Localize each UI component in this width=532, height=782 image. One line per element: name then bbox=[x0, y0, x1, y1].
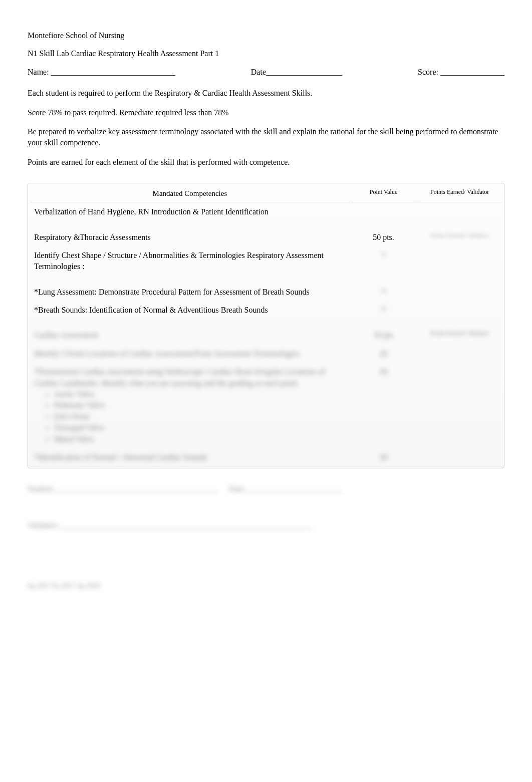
cell-comp: Identify Chest Shape / Structure / Abnor… bbox=[30, 247, 350, 276]
signature-validator-row: Validator:______________________________… bbox=[28, 520, 504, 531]
cell-pv: 20 bbox=[351, 302, 416, 319]
cell-pe: Points Earned/ Validator bbox=[417, 229, 502, 246]
th-points-earned: Points Earned/ Validator bbox=[417, 185, 502, 202]
cell-pv: 50 pts bbox=[351, 327, 416, 344]
table-row: Respiratory &Thoracic Assessments 50 pts… bbox=[30, 229, 502, 246]
table-row-blurred: Cardiac Assessment 50 pts Points Earned/… bbox=[30, 327, 502, 344]
cell-pv: 20 bbox=[351, 363, 416, 448]
footer-dates: Sp 2017 Fa 2017 Sp 2020 bbox=[28, 581, 504, 591]
table-row: Identify Chest Shape / Structure / Abnor… bbox=[30, 247, 502, 276]
cell-pv: 20 bbox=[351, 345, 416, 362]
cell-pv: 20 bbox=[351, 247, 416, 276]
cell-pe bbox=[417, 203, 502, 220]
doc-title: N1 Skill Lab Cardiac Respiratory Health … bbox=[28, 48, 504, 59]
cell-pv bbox=[351, 203, 416, 220]
cell-comp: *Lung Assessment: Demonstrate Procedural… bbox=[30, 284, 350, 301]
cell-comp: *Identification of Normal / Abnormal Car… bbox=[30, 449, 350, 466]
score-field: Score: ________________ bbox=[418, 67, 504, 78]
signature-student-row: Student:________________________________… bbox=[28, 483, 504, 494]
cell-comp: Verbalization of Hand Hygiene, RN Introd… bbox=[30, 203, 350, 220]
school-name: Montefiore School of Nursing bbox=[28, 30, 504, 41]
validator-sig: Validator:______________________________… bbox=[28, 521, 312, 530]
instruction-1: Each student is required to perform the … bbox=[28, 88, 504, 99]
cell-pe: Points Earned/ Validator bbox=[417, 327, 502, 344]
date-field: Date___________________ bbox=[251, 67, 342, 78]
cell-comp: *Demonstrate Cardiac assessment using St… bbox=[30, 363, 350, 448]
cell-pe bbox=[417, 449, 502, 466]
cell-pe bbox=[417, 247, 502, 276]
instruction-4: Points are earned for each element of th… bbox=[28, 157, 504, 168]
cell-pv: 20 bbox=[351, 284, 416, 301]
cell-pe bbox=[417, 284, 502, 301]
cell-pv: 50 pts. bbox=[351, 229, 416, 246]
cell-pv: 20 bbox=[351, 449, 416, 466]
cell-comp: Respiratory &Thoracic Assessments bbox=[30, 229, 350, 246]
name-field: Name: _______________________________ bbox=[28, 67, 175, 78]
instruction-3: Be prepared to verbalize key assessment … bbox=[28, 126, 504, 149]
th-point-value: Point Value bbox=[351, 185, 416, 202]
table-row-blurred: *Demonstrate Cardiac assessment using St… bbox=[30, 363, 502, 448]
th-competencies: Mandated Competencies bbox=[30, 185, 350, 202]
table-row: *Lung Assessment: Demonstrate Procedural… bbox=[30, 284, 502, 301]
student-sig: Student:________________________________… bbox=[28, 484, 218, 493]
table-row-blurred: *Identification of Normal / Abnormal Car… bbox=[30, 449, 502, 466]
table-row-blurred: Identify 5 Point Locations of Cardiac As… bbox=[30, 345, 502, 362]
cell-comp: Cardiac Assessment bbox=[30, 327, 350, 344]
sig-date: Date:________________________ bbox=[228, 484, 342, 493]
instruction-2: Score 78% to pass required. Remediate re… bbox=[28, 107, 504, 118]
table-row: *Breath Sounds: Identification of Normal… bbox=[30, 302, 502, 319]
competency-table: Mandated Competencies Point Value Points… bbox=[28, 183, 504, 468]
cell-comp: *Breath Sounds: Identification of Normal… bbox=[30, 302, 350, 319]
cell-pe bbox=[417, 345, 502, 362]
cell-pe bbox=[417, 302, 502, 319]
table-row: Verbalization of Hand Hygiene, RN Introd… bbox=[30, 203, 502, 220]
cell-pe bbox=[417, 363, 502, 448]
info-row: Name: _______________________________ Da… bbox=[28, 67, 504, 78]
cell-comp: Identify 5 Point Locations of Cardiac As… bbox=[30, 345, 350, 362]
